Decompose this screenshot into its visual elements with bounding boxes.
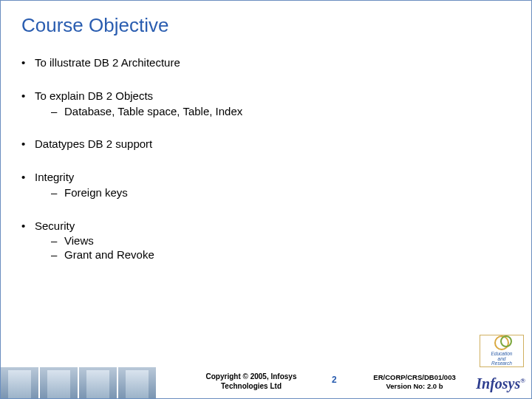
bullet-text: To explain DB 2 Objects – Database, Tabl… <box>35 89 511 119</box>
slide-title: Course Objective <box>1 1 531 37</box>
dash-icon: – <box>51 186 64 200</box>
bullet-dot-icon: • <box>21 171 35 200</box>
sub-item: – Grant and Revoke <box>51 248 511 262</box>
sub-item: – Database, Table space, Table, Index <box>51 105 511 119</box>
page-number: 2 <box>332 375 337 385</box>
sub-text: Database, Table space, Table, Index <box>64 105 242 119</box>
reference-text: ER/CORP/CRS/DB01/003 Version No: 2.0 b <box>363 373 466 391</box>
dash-icon: – <box>51 234 64 248</box>
registered-icon: ® <box>520 377 525 384</box>
sub-list: – Views – Grant and Revoke <box>35 234 511 262</box>
bullet-dot-icon: • <box>21 89 35 119</box>
sub-list: – Database, Table space, Table, Index <box>35 105 511 119</box>
bullet-item: • To illustrate DB 2 Architecture <box>21 56 511 70</box>
bullet-text: Datatypes DB 2 support <box>35 137 511 151</box>
bullet-dot-icon: • <box>21 56 35 70</box>
reference-line: ER/CORP/CRS/DB01/003 <box>363 373 466 382</box>
dash-icon: – <box>51 248 64 262</box>
sub-list: – Foreign keys <box>35 186 511 200</box>
bullet-dot-icon: • <box>21 219 35 262</box>
sub-text: Grant and Revoke <box>64 248 154 262</box>
sub-text: Foreign keys <box>64 186 128 200</box>
infosys-logo: Infosys® <box>476 375 525 392</box>
bullet-item: • To explain DB 2 Objects – Database, Ta… <box>21 89 511 119</box>
badge-rings-icon <box>494 335 509 350</box>
bullet-label: To explain DB 2 Objects <box>35 89 153 102</box>
bullet-text: Security – Views – Grant and Revoke <box>35 219 511 262</box>
bullet-dot-icon: • <box>21 137 35 151</box>
bullet-label: Integrity <box>35 171 74 183</box>
building-icon <box>1 367 38 398</box>
footer-graphic-buildings <box>1 367 156 398</box>
copyright-line: Technologies Ltd <box>188 382 314 392</box>
copyright-text: Copyright © 2005, Infosys Technologies L… <box>188 372 314 391</box>
bullet-item: • Datatypes DB 2 support <box>21 137 511 151</box>
slide: Course Objective • To illustrate DB 2 Ar… <box>0 0 532 399</box>
reference-line: Version No: 2.0 b <box>363 382 466 391</box>
building-icon <box>79 367 117 398</box>
bullet-text: To illustrate DB 2 Architecture <box>35 56 511 70</box>
building-icon <box>118 367 156 398</box>
sub-text: Views <box>64 234 94 248</box>
bullet-label: Security <box>35 219 75 232</box>
slide-footer: Copyright © 2005, Infosys Technologies L… <box>1 349 531 398</box>
building-icon <box>40 367 78 398</box>
badge-line: Research <box>491 361 512 366</box>
logo-text: Infosys <box>476 375 520 392</box>
bullet-item: • Security – Views – Grant and Revoke <box>21 219 511 262</box>
slide-content: • To illustrate DB 2 Architecture • To e… <box>1 37 531 262</box>
education-research-badge: Education and Research <box>480 335 524 367</box>
bullet-text: Integrity – Foreign keys <box>35 171 511 200</box>
bullet-item: • Integrity – Foreign keys <box>21 171 511 200</box>
sub-item: – Views <box>51 234 511 248</box>
dash-icon: – <box>51 105 64 119</box>
copyright-line: Copyright © 2005, Infosys <box>188 372 314 382</box>
sub-item: – Foreign keys <box>51 186 511 200</box>
badge-text: Education and Research <box>491 352 513 366</box>
